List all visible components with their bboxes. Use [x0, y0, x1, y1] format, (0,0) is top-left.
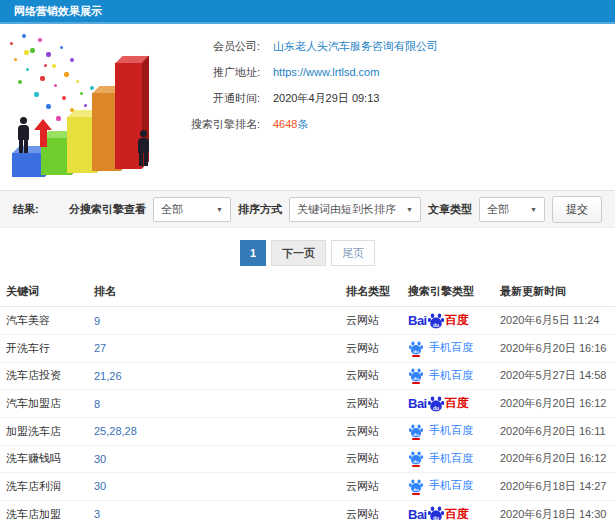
confetti-dot — [46, 104, 51, 109]
updated-cell: 2020年6月20日 16:12 — [494, 445, 615, 473]
confetti-dot — [24, 50, 29, 55]
rank-link[interactable]: 3 — [94, 508, 100, 520]
submit-button[interactable]: 提交 — [552, 196, 602, 223]
pagination: 1 下一页 尾页 — [0, 240, 615, 266]
article-type-selected-value: 全部 — [487, 202, 509, 217]
company-name-link[interactable]: 山东老人头汽车服务咨询有限公司 — [273, 39, 438, 54]
rank-type-cell: 云网站 — [340, 362, 402, 390]
sort-select[interactable]: 关键词由短到长排序 ▼ — [289, 197, 421, 222]
baidu-cn-text: 百度 — [445, 312, 469, 329]
businessman-right — [136, 130, 150, 166]
updated-cell: 2020年6月20日 16:12 — [494, 390, 615, 418]
rank-type-cell: 云网站 — [340, 335, 402, 363]
rank-type-cell: 云网站 — [340, 307, 402, 335]
confetti-dot — [46, 52, 51, 57]
table-row: 开洗车行 27 云网站 Bai du 百度 — [0, 335, 615, 363]
mobile-baidu-paw-icon: du — [409, 424, 423, 438]
rank-link[interactable]: 8 — [94, 398, 100, 410]
article-type-select[interactable]: 全部 ▼ — [479, 197, 545, 222]
rank-link[interactable]: 30 — [94, 480, 106, 492]
baidu-cn-text: 百度 — [445, 506, 469, 520]
keyword-cell: 洗车店投资 — [0, 362, 88, 390]
rank-link[interactable]: 9 — [94, 315, 100, 327]
confetti-dot — [10, 42, 13, 45]
confetti-dot — [52, 64, 56, 68]
table-row: 洗车店加盟 3 云网站 Bai du 百度 — [0, 500, 615, 520]
keyword-cell: 洗车店利润 — [0, 473, 88, 501]
mobile-baidu-label: 手机百度 — [429, 451, 473, 466]
rank-type-cell: 云网站 — [340, 418, 402, 446]
promo-url-row: 推广地址: https://www.lrtlsd.com — [180, 65, 615, 91]
baidu-logo: Bai du 百度 — [408, 395, 469, 412]
rank-type-cell: 云网站 — [340, 473, 402, 501]
svg-text:du: du — [413, 459, 419, 464]
mobile-baidu-label: 手机百度 — [429, 368, 473, 383]
updated-cell: 2020年6月20日 16:11 — [494, 418, 615, 446]
chevron-down-icon: ▼ — [530, 206, 537, 213]
rank-link[interactable]: 27 — [94, 342, 106, 354]
rank-link[interactable]: 30 — [94, 453, 106, 465]
engine-rank-count: 4648 — [273, 118, 297, 130]
promo-url-label: 推广地址: — [180, 65, 260, 80]
confetti-dot — [38, 38, 42, 42]
company-row: 会员公司: 山东老人头汽车服务咨询有限公司 — [180, 39, 615, 65]
svg-text:du: du — [433, 515, 439, 520]
svg-text:du: du — [413, 486, 419, 491]
keyword-cell: 洗车店加盟 — [0, 500, 88, 520]
col-rank-type: 排名类型 — [340, 277, 402, 307]
baidu-cn-text: 百度 — [445, 395, 469, 412]
up-arrow-icon — [34, 119, 52, 147]
confetti-dot — [90, 86, 94, 90]
company-info-list: 会员公司: 山东老人头汽车服务咨询有限公司 推广地址: https://www.… — [180, 24, 615, 190]
baidu-logo: Bai du 百度 — [408, 312, 469, 329]
confetti-dot — [76, 80, 79, 83]
page-title: 网络营销效果展示 — [14, 5, 102, 17]
col-engine-type: 搜索引擎类型 — [402, 277, 494, 307]
table-header-row: 关键词 排名 排名类型 搜索引擎类型 最新更新时间 — [0, 277, 615, 307]
mobile-baidu-paw-icon: du — [409, 368, 423, 382]
rank-type-cell: 云网站 — [340, 500, 402, 520]
col-keyword: 关键词 — [0, 277, 88, 307]
engine-rank-unit-link[interactable]: 条 — [297, 118, 308, 130]
confetti-dot — [26, 68, 29, 71]
table-row: 汽车加盟店 8 云网站 Bai du 百度 — [0, 390, 615, 418]
open-time-label: 开通时间: — [180, 91, 260, 106]
mobile-baidu-label: 手机百度 — [429, 340, 473, 355]
svg-text:du: du — [433, 321, 439, 327]
engine-view-select[interactable]: 全部 ▼ — [153, 197, 231, 222]
keyword-cell: 洗车赚钱吗 — [0, 445, 88, 473]
confetti-dot — [84, 104, 87, 107]
open-time-row: 开通时间: 2020年4月29日 09:13 — [180, 91, 615, 117]
rank-link[interactable]: 25,28,28 — [94, 425, 137, 437]
confetti-dot — [14, 58, 17, 61]
engine-view-selected-value: 全部 — [161, 202, 183, 217]
mobile-baidu-logo: du 手机百度 — [408, 423, 473, 438]
promo-url-link[interactable]: https://www.lrtlsd.com — [273, 65, 379, 80]
rank-link[interactable]: 21,26 — [94, 370, 122, 382]
next-page-button[interactable]: 下一页 — [271, 240, 326, 266]
baidu-paw-icon: du — [428, 396, 444, 412]
engine-view-label: 分搜索引擎查看 — [69, 202, 146, 217]
table-row: 洗车赚钱吗 30 云网站 Bai du 百度 — [0, 445, 615, 473]
confetti-dot — [64, 72, 69, 77]
mobile-baidu-paw-icon: du — [409, 341, 423, 355]
sort-selected-value: 关键词由短到长排序 — [297, 202, 396, 217]
engine-rank-row: 搜索引擎排名: 4648条 — [180, 117, 615, 143]
baidu-bai-text: Bai — [408, 507, 427, 520]
mobile-baidu-label: 手机百度 — [429, 423, 473, 438]
confetti-dot — [56, 116, 61, 121]
keyword-cell: 开洗车行 — [0, 335, 88, 363]
updated-cell: 2020年6月5日 11:24 — [494, 307, 615, 335]
chevron-down-icon: ▼ — [216, 206, 223, 213]
page-1-button[interactable]: 1 — [240, 240, 266, 266]
mobile-baidu-logo: du 手机百度 — [408, 451, 473, 466]
confetti-dot — [34, 92, 39, 97]
mobile-baidu-paw-icon: du — [409, 479, 423, 493]
last-page-button[interactable]: 尾页 — [331, 240, 375, 266]
updated-cell: 2020年6月18日 14:27 — [494, 473, 615, 501]
filter-controls: 分搜索引擎查看 全部 ▼ 排序方式 关键词由短到长排序 ▼ 文章类型 全部 ▼ … — [69, 196, 602, 223]
confetti-dot — [62, 96, 66, 100]
businessman-left — [16, 117, 30, 153]
confetti-dot — [40, 76, 45, 81]
baidu-paw-icon: du — [428, 506, 444, 520]
